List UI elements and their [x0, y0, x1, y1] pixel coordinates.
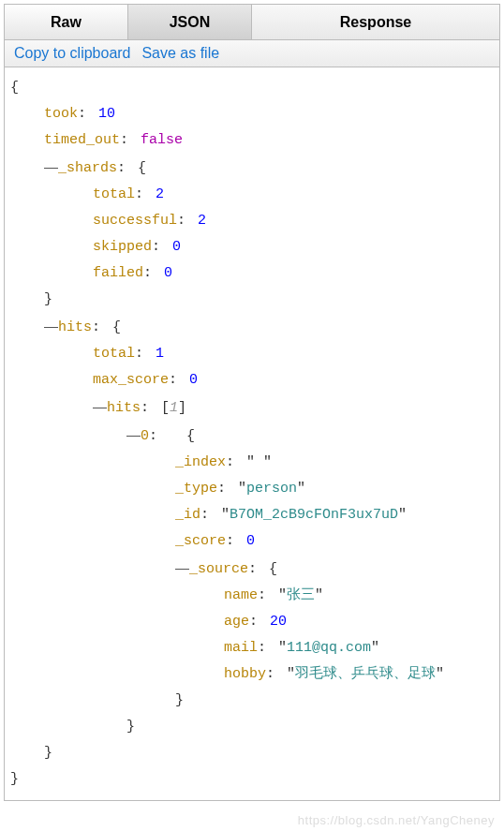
tab-response: Response — [252, 5, 499, 39]
key-hits-total: total — [93, 346, 135, 362]
val-shards-total: 2 — [156, 186, 164, 202]
array-count: 1 — [170, 400, 178, 416]
key-shards-successful: successful — [93, 213, 177, 229]
tabs-bar: Raw JSON Response — [5, 5, 499, 40]
val-name: 张三 — [287, 587, 315, 603]
key-index: _index — [175, 454, 226, 470]
key-age: age — [224, 614, 249, 630]
collapse-toggle-icon[interactable]: — — [175, 559, 187, 575]
key-mail: mail — [224, 640, 258, 656]
val-type: person — [246, 481, 297, 497]
key-shards-total: total — [93, 186, 135, 202]
val-hobby: 羽毛球、乒乓球、足球 — [295, 666, 436, 682]
key-hits: hits — [58, 319, 92, 335]
tab-raw[interactable]: Raw — [5, 5, 128, 39]
collapse-toggle-icon[interactable]: — — [126, 426, 139, 442]
save-as-file-link[interactable]: Save as file — [141, 45, 219, 61]
val-index — [255, 454, 263, 470]
key-id: _id — [175, 507, 200, 523]
val-score: 0 — [246, 533, 255, 549]
key-shards: _shards — [58, 160, 117, 176]
key-name: name — [224, 587, 258, 603]
key-max-score: max_score — [93, 372, 169, 388]
key-type: _type — [175, 481, 217, 497]
collapse-toggle-icon[interactable]: — — [44, 318, 56, 334]
key-score: _score — [175, 533, 226, 549]
json-viewer: { took: 10 timed_out: false —_shards: { … — [5, 67, 499, 800]
val-max-score: 0 — [189, 372, 198, 388]
val-shards-successful: 2 — [198, 213, 206, 229]
key-shards-failed: failed — [93, 265, 143, 281]
key-hits-arr: hits — [107, 400, 141, 416]
key-source: _source — [189, 561, 248, 577]
val-mail: 111@qq.com — [287, 640, 371, 656]
actions-bar: Copy to clipboard Save as file — [5, 40, 499, 67]
val-id: B7OM_2cB9cFOnF3ux7uD — [230, 507, 398, 523]
val-age: 20 — [270, 614, 287, 630]
response-panel: Raw JSON Response Copy to clipboard Save… — [4, 4, 500, 801]
key-item-0: 0 — [141, 428, 149, 444]
key-timed-out: timed_out — [44, 132, 120, 148]
key-hobby: hobby — [224, 666, 266, 682]
collapse-toggle-icon[interactable]: — — [44, 158, 56, 174]
val-hits-total: 1 — [156, 346, 164, 362]
watermark-text: https://blog.csdn.net/YangCheney — [298, 813, 495, 827]
copy-to-clipboard-link[interactable]: Copy to clipboard — [14, 45, 131, 61]
key-shards-skipped: skipped — [93, 239, 152, 255]
val-shards-failed: 0 — [164, 265, 172, 281]
val-timed-out: false — [141, 132, 183, 148]
val-shards-skipped: 0 — [172, 239, 181, 255]
collapse-toggle-icon[interactable]: — — [93, 398, 105, 414]
key-took: took — [44, 106, 78, 122]
tab-json[interactable]: JSON — [128, 5, 252, 39]
val-took: 10 — [98, 106, 115, 122]
